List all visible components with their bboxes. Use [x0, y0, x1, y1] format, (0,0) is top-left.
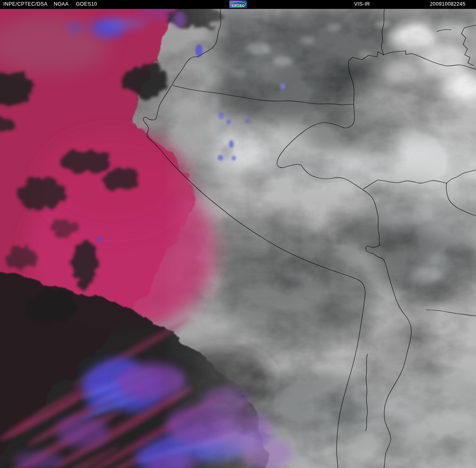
timestamp-label: 200910082245	[430, 1, 466, 7]
satellite-product-window: INPE/CPTEC/DSA NOAA GOES10 CPTEC VIS-IR …	[0, 0, 476, 468]
cptec-logo: CPTEC	[229, 0, 247, 8]
operator-label: NOAA	[54, 1, 69, 7]
film-grain	[0, 9, 476, 468]
satellite-image	[0, 9, 476, 468]
header-bar: INPE/CPTEC/DSA NOAA GOES10 CPTEC VIS-IR …	[0, 0, 476, 9]
satellite-label: GOES10	[76, 1, 97, 7]
agency-label: INPE/CPTEC/DSA	[3, 1, 48, 7]
cptec-logo-text: CPTEC	[232, 4, 245, 8]
product-label: VIS-IR	[354, 1, 370, 7]
